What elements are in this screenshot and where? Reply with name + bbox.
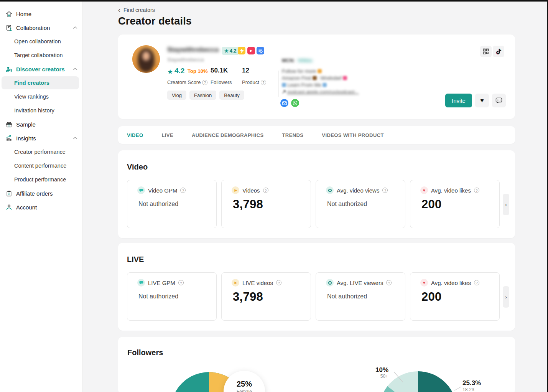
chevron-up-icon <box>73 26 77 29</box>
sidebar-item-discover-creators[interactable]: Discover creators <box>0 62 82 76</box>
scroll-right-button[interactable]: › <box>503 194 509 215</box>
sidebar-item-sample[interactable]: Sample <box>0 117 82 131</box>
sidebar-item-creator-performance[interactable]: Creator performance <box>0 145 82 159</box>
mcn-row: MCN: Wtlkbc <box>282 58 313 63</box>
page-title: Creator details <box>118 15 515 28</box>
sidebar-item-label: Account <box>16 204 37 211</box>
sidebar-item-account[interactable]: Account <box>0 200 82 214</box>
person-search-icon <box>5 66 13 73</box>
chat-bubble-icon <box>137 186 145 194</box>
qr-code-button[interactable] <box>480 46 492 57</box>
detail-tabs: VIDEO LIVE AUDIENCE DEMOGRAPHICS TRENDS … <box>118 126 515 144</box>
help-icon[interactable]: ? <box>261 80 266 85</box>
video-section: Video Video GPM ? Not authorized ▶ Video… <box>118 150 515 238</box>
gender-percent: 25% <box>237 380 252 388</box>
mcn-value[interactable]: Wtlkbc <box>298 58 313 63</box>
video-badge-icon: ▶ <box>247 47 255 54</box>
age-50plus-percent: 10% <box>375 366 388 374</box>
help-icon[interactable]: ? <box>180 188 186 193</box>
metric-card-avg-live-viewers: Avg. LIVE viewers ? Not authorized <box>316 272 405 321</box>
help-icon[interactable]: ? <box>386 280 392 285</box>
sidebar-item-product-performance[interactable]: Product performance <box>0 173 82 186</box>
sidebar-item-home[interactable]: Home <box>0 7 82 21</box>
age-slice-50plus <box>387 371 418 392</box>
help-icon[interactable]: ? <box>474 188 479 193</box>
metric-na: Not authorized <box>327 201 399 208</box>
person-icon <box>5 204 13 211</box>
tab-videos-with-product[interactable]: VIDEOS WITH PRODUCT <box>322 132 383 138</box>
favorite-button[interactable]: ♥ <box>475 94 489 107</box>
tab-audience-demographics[interactable]: AUDIENCE DEMOGRAPHICS <box>192 132 264 138</box>
tiktok-button[interactable] <box>493 46 504 57</box>
chat-bubble-icon <box>495 97 502 104</box>
sidebar-item-affiliate-orders[interactable]: Affiliate orders <box>0 186 82 200</box>
tag-beauty: Beauty <box>219 91 244 100</box>
sidebar-item-invitation-history[interactable]: Invitation history <box>0 104 82 117</box>
sidebar-item-target-collaboration[interactable]: Target collaboration <box>0 48 82 62</box>
tag-fashion: Fashion <box>189 91 216 100</box>
sidebar-item-label: Sample <box>16 121 36 128</box>
followers-label: Followers <box>211 79 232 85</box>
help-icon[interactable]: ? <box>178 280 184 285</box>
email-icon[interactable] <box>280 99 288 107</box>
section-title: Video <box>127 163 515 171</box>
metric-card-videos: ▶ Videos ? 3,798 <box>221 180 311 228</box>
help-icon[interactable]: ? <box>382 188 388 193</box>
invite-button[interactable]: Invite <box>445 94 472 107</box>
chevron-right-icon: › <box>505 202 507 208</box>
sidebar-item-label: Affiliate orders <box>16 190 53 197</box>
metric-label: Videos <box>242 187 260 194</box>
views-icon <box>326 186 334 194</box>
age-18-23-label: 18-23 <box>462 387 474 392</box>
sidebar-item-open-collaboration[interactable]: Open collaboration <box>0 35 82 48</box>
star-icon: ★ <box>224 48 229 54</box>
help-icon[interactable]: ? <box>276 280 281 285</box>
help-icon[interactable]: ? <box>202 80 207 85</box>
sidebar-item-label: Home <box>16 11 31 17</box>
sidebar-item-find-creators[interactable]: Find creators <box>2 76 79 89</box>
metric-card-live-gpm: LIVE GPM ? Not authorized <box>127 272 217 321</box>
tab-video[interactable]: VIDEO <box>127 132 143 138</box>
metric-card-video-gpm: Video GPM ? Not authorized <box>127 180 217 228</box>
creator-handle: Staywithrebecca <box>167 57 204 63</box>
age-pie: 10% 50+ 25.3% 18-23 <box>375 366 481 392</box>
play-icon: ▶ <box>232 279 239 287</box>
sidebar-item-view-rankings[interactable]: View rankings <box>0 90 82 104</box>
chevron-right-icon: › <box>505 294 507 300</box>
gender-pie: 25% Female <box>171 371 265 392</box>
emoji-blob <box>318 69 322 73</box>
play-icon: ▶ <box>232 186 239 194</box>
help-icon[interactable]: ? <box>474 280 479 285</box>
flash-badge-icon <box>238 47 245 54</box>
help-icon[interactable]: ? <box>263 188 268 193</box>
sidebar-item-collaboration[interactable]: Collaboration <box>0 21 82 35</box>
breadcrumb[interactable]: ‹ Find creators <box>118 6 172 14</box>
scroll-right-button[interactable]: › <box>503 286 509 308</box>
message-button[interactable] <box>492 94 506 107</box>
section-title: LIVE <box>127 255 515 264</box>
tag-vlog: Vlog <box>167 91 186 100</box>
tiktok-icon <box>496 48 502 55</box>
age-18-23-percent: 25.3% <box>462 379 481 387</box>
tab-trends[interactable]: TRENDS <box>282 132 304 138</box>
tab-live[interactable]: LIVE <box>161 132 173 138</box>
metric-label: Avg. LIVE viewers <box>337 280 383 286</box>
sidebar-item-label: Creator performance <box>14 149 66 155</box>
followers-value: 50.1K <box>211 67 228 74</box>
heart-icon: ♥ <box>420 186 428 194</box>
rating-badge: ★ 4.2 <box>222 47 239 55</box>
bio-link-line[interactable]: podcast.apple.com/us/podcast... <box>282 89 359 95</box>
chevron-up-icon <box>73 137 77 140</box>
bio-line: Follow for more <box>282 68 322 74</box>
metric-label: Video GPM <box>148 187 177 194</box>
breadcrumb-label: Find creators <box>123 7 155 13</box>
whatsapp-icon[interactable] <box>291 99 299 107</box>
metric-card-avg-video-likes: ♥ Avg. video likes ? 200 <box>410 180 500 228</box>
followers-section: Followers 25% Female 10% <box>118 337 515 392</box>
emoji-blob <box>282 83 286 87</box>
clipboard-icon <box>5 190 13 197</box>
sidebar-item-content-performance[interactable]: Content performance <box>0 159 82 173</box>
sidebar-item-insights[interactable]: Insights <box>0 131 82 145</box>
metric-label: Avg. video likes <box>431 280 471 286</box>
link-icon <box>282 90 286 94</box>
